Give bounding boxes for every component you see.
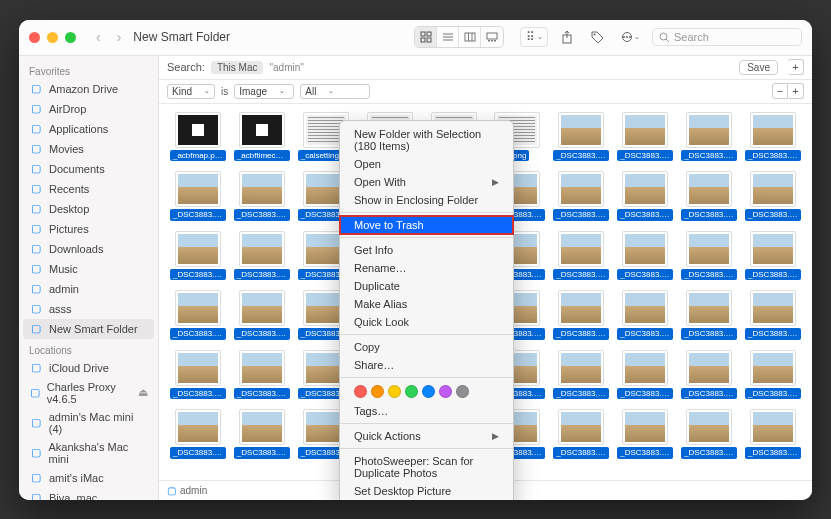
menu-item-rename[interactable]: Rename…: [340, 259, 513, 277]
file-item[interactable]: _DSC3883.ARW: [233, 231, 291, 281]
menu-item-duplicate[interactable]: Duplicate: [340, 277, 513, 295]
menu-item-open[interactable]: Open: [340, 155, 513, 173]
file-item[interactable]: _DSC3883.ARW: [616, 290, 674, 340]
back-button[interactable]: ‹: [92, 29, 105, 45]
eject-icon[interactable]: ⏏: [138, 386, 148, 399]
file-item[interactable]: _DSC3883.ARW: [680, 171, 738, 221]
file-item[interactable]: _DSC3883.ARW: [616, 350, 674, 400]
sidebar-item-icloud-drive[interactable]: ▢iCloud Drive: [19, 358, 158, 378]
menu-item-get-info[interactable]: Get Info: [340, 241, 513, 259]
column-view-button[interactable]: [459, 27, 481, 47]
zoom-button[interactable]: [65, 32, 76, 43]
file-item[interactable]: _DSC3883.ARW: [233, 290, 291, 340]
sidebar-item-applications[interactable]: ▢Applications: [19, 119, 158, 139]
menu-item-copy[interactable]: Copy: [340, 338, 513, 356]
add-rule-button-2[interactable]: +: [788, 83, 804, 99]
sidebar-item-movies[interactable]: ▢Movies: [19, 139, 158, 159]
file-item[interactable]: _DSC3883.ARW: [616, 112, 674, 162]
sidebar-item-charles-proxy-v4-6-5[interactable]: ▢Charles Proxy v4.6.5⏏: [19, 378, 158, 408]
tag-color-button[interactable]: [388, 385, 401, 398]
add-rule-button[interactable]: +: [788, 59, 804, 75]
search-field[interactable]: Search: [652, 28, 802, 46]
menu-item-quick-actions[interactable]: Quick Actions▶: [340, 427, 513, 445]
file-item[interactable]: _DSC3883.ARW: [680, 290, 738, 340]
scope-admin[interactable]: "admin": [269, 62, 303, 73]
sidebar-item-asss[interactable]: ▢asss: [19, 299, 158, 319]
file-item[interactable]: _DSC3883.ARW: [169, 409, 227, 459]
forward-button[interactable]: ›: [113, 29, 126, 45]
file-item[interactable]: _DSC3883.ARW: [552, 231, 610, 281]
share-button[interactable]: [556, 27, 578, 47]
file-item[interactable]: _acbftimecourse.png: [233, 112, 291, 162]
minimize-button[interactable]: [47, 32, 58, 43]
menu-item-share[interactable]: Share…: [340, 356, 513, 374]
sidebar-item-recents[interactable]: ▢Recents: [19, 179, 158, 199]
menu-item-open-with[interactable]: Open With▶: [340, 173, 513, 191]
file-item[interactable]: _DSC3883.ARW: [552, 290, 610, 340]
menu-item-make-alias[interactable]: Make Alias: [340, 295, 513, 313]
file-item[interactable]: _DSC3883.ARW: [552, 171, 610, 221]
filter-extra[interactable]: All⌄: [300, 84, 370, 99]
tag-color-button[interactable]: [354, 385, 367, 398]
file-item[interactable]: _DSC3883.ARW: [552, 409, 610, 459]
sidebar-item-downloads[interactable]: ▢Downloads: [19, 239, 158, 259]
filter-field[interactable]: Kind⌄: [167, 84, 215, 99]
file-item[interactable]: _DSC3883.ARW: [744, 171, 802, 221]
file-item[interactable]: _DSC3883.ARW: [616, 409, 674, 459]
file-item[interactable]: _DSC3883.ARW: [233, 171, 291, 221]
list-view-button[interactable]: [437, 27, 459, 47]
menu-item-quick-look[interactable]: Quick Look: [340, 313, 513, 331]
file-item[interactable]: _acbfmap.png: [169, 112, 227, 162]
file-item[interactable]: _DSC3883.ARW: [744, 112, 802, 162]
tag-color-button[interactable]: [405, 385, 418, 398]
file-item[interactable]: _DSC3883.ARW: [680, 231, 738, 281]
menu-item-photosweeper-scan-for-duplicate-photos[interactable]: PhotoSweeper: Scan for Duplicate Photos: [340, 452, 513, 482]
sidebar-item-amazon-drive[interactable]: ▢Amazon Drive: [19, 79, 158, 99]
menu-item-show-in-enclosing-folder[interactable]: Show in Enclosing Folder: [340, 191, 513, 209]
sidebar-item-documents[interactable]: ▢Documents: [19, 159, 158, 179]
sidebar-item-admin-s-mac-mini-4-[interactable]: ▢admin's Mac mini (4): [19, 408, 158, 438]
path-location[interactable]: admin: [180, 485, 207, 496]
scope-this-mac[interactable]: This Mac: [211, 61, 264, 74]
tag-color-button[interactable]: [371, 385, 384, 398]
sidebar-item-admin[interactable]: ▢admin: [19, 279, 158, 299]
sidebar-item-music[interactable]: ▢Music: [19, 259, 158, 279]
remove-rule-button[interactable]: −: [772, 83, 788, 99]
sidebar-item-new-smart-folder[interactable]: ▢New Smart Folder: [23, 319, 154, 339]
file-item[interactable]: _DSC3883.ARW: [169, 171, 227, 221]
file-item[interactable]: _DSC3883.ARW: [233, 350, 291, 400]
file-item[interactable]: _DSC3883.ARW: [169, 290, 227, 340]
sidebar-item-desktop[interactable]: ▢Desktop: [19, 199, 158, 219]
file-item[interactable]: _DSC3883.ARW: [552, 350, 610, 400]
sidebar-item-pictures[interactable]: ▢Pictures: [19, 219, 158, 239]
icon-view-button[interactable]: [415, 27, 437, 47]
sidebar-item-airdrop[interactable]: ▢AirDrop: [19, 99, 158, 119]
close-button[interactable]: [29, 32, 40, 43]
file-item[interactable]: _DSC3883.ARW: [552, 112, 610, 162]
tag-color-button[interactable]: [439, 385, 452, 398]
file-item[interactable]: _DSC3883.ARW: [680, 350, 738, 400]
tag-color-button[interactable]: [422, 385, 435, 398]
tag-color-button[interactable]: [456, 385, 469, 398]
file-item[interactable]: _DSC3883.ARW: [744, 231, 802, 281]
gallery-view-button[interactable]: [481, 27, 503, 47]
sidebar-item-amit-s-imac[interactable]: ▢amit's iMac: [19, 468, 158, 488]
action-button[interactable]: ⌄: [616, 27, 644, 47]
file-item[interactable]: _DSC3883.ARW: [744, 350, 802, 400]
menu-item-tags[interactable]: Tags…: [340, 402, 513, 420]
group-by-button[interactable]: ⠿⌄: [520, 27, 548, 47]
sidebar-item-akanksha-s-mac-mini[interactable]: ▢Akanksha's Mac mini: [19, 438, 158, 468]
sidebar-item-biva-mac[interactable]: ▢Biva_mac: [19, 488, 158, 500]
file-item[interactable]: _DSC3883.ARW: [616, 171, 674, 221]
filter-value[interactable]: Image⌄: [234, 84, 294, 99]
save-search-button[interactable]: Save: [739, 60, 778, 75]
file-item[interactable]: _DSC3883.ARW: [744, 290, 802, 340]
menu-item-set-desktop-picture[interactable]: Set Desktop Picture: [340, 482, 513, 500]
file-item[interactable]: _DSC3883.ARW: [169, 350, 227, 400]
file-item[interactable]: _DSC3883.ARW: [233, 409, 291, 459]
file-item[interactable]: _DSC3883.ARW: [744, 409, 802, 459]
tags-button[interactable]: [586, 27, 608, 47]
menu-item-move-to-trash[interactable]: Move to Trash: [340, 216, 513, 234]
file-item[interactable]: _DSC3883.ARW: [680, 409, 738, 459]
file-item[interactable]: _DSC3883.ARW: [616, 231, 674, 281]
